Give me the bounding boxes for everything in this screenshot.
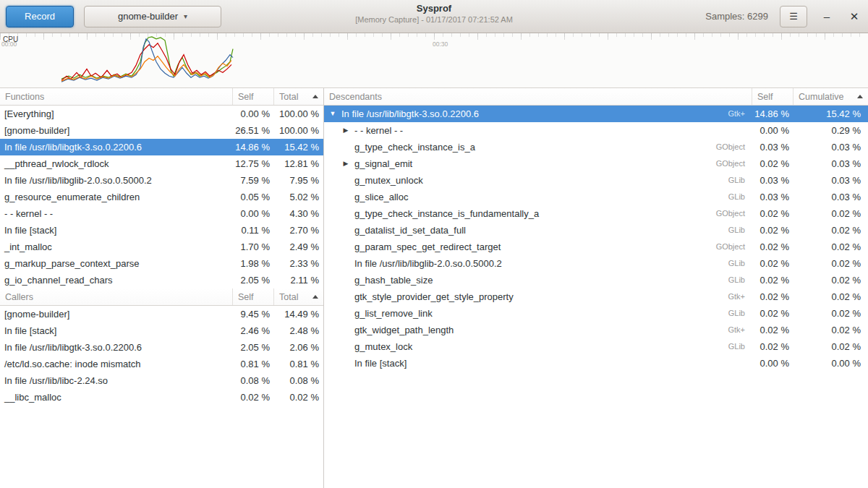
library-tag: GObject bbox=[716, 205, 752, 222]
expander-icon[interactable] bbox=[340, 338, 352, 355]
table-row[interactable]: [gnome-builder] 26.51 % 100.00 % bbox=[0, 122, 323, 139]
descendant-name-cell: g_mutex_unlock GLib bbox=[352, 172, 752, 189]
table-row[interactable]: /etc/ld.so.cache: inode mismatch 0.81 % … bbox=[0, 356, 323, 372]
table-row[interactable]: In file [stack] 2.46 % 2.48 % bbox=[0, 322, 323, 339]
library-tag: GLib bbox=[728, 172, 752, 189]
descendants-cumulative-column-header[interactable]: Cumulative bbox=[793, 88, 868, 105]
tree-row[interactable]: ▼ In file /usr/lib/libgtk-3.so.0.2200.6 … bbox=[324, 106, 868, 122]
time-label-start: 00:00 bbox=[1, 40, 17, 48]
tree-row[interactable]: In file /usr/lib/libglib-2.0.so.0.5000.2… bbox=[324, 255, 868, 272]
expander-icon[interactable]: ▼ bbox=[327, 106, 339, 122]
descendant-name-cell: g_hash_table_size GLib bbox=[352, 272, 752, 288]
expander-icon[interactable] bbox=[340, 222, 352, 239]
expander-icon[interactable]: ▶ bbox=[340, 155, 352, 172]
expander-icon[interactable] bbox=[340, 189, 352, 205]
expander-icon[interactable] bbox=[340, 272, 352, 288]
function-name: g_resource_enumerate_children bbox=[0, 189, 233, 205]
descendants-self-column-header[interactable]: Self bbox=[752, 88, 793, 105]
menu-button[interactable]: ☰ bbox=[780, 6, 807, 27]
callers-list: [gnome-builder] 9.45 % 14.49 % In file [… bbox=[0, 306, 323, 406]
functions-self-column-header[interactable]: Self bbox=[233, 88, 274, 105]
tree-row[interactable]: g_slice_alloc GLib 0.03 % 0.03 % bbox=[324, 189, 868, 205]
minimize-button[interactable]: – bbox=[819, 13, 835, 20]
table-row[interactable]: In file /usr/lib/libglib-2.0.so.0.5000.2… bbox=[0, 172, 323, 189]
callers-table-header: Callers Self Total bbox=[0, 288, 323, 306]
library-tag: Gtk+ bbox=[728, 106, 752, 122]
total-percent: 12.81 % bbox=[274, 155, 323, 172]
total-percent: 14.49 % bbox=[274, 306, 323, 322]
tree-row[interactable]: g_param_spec_get_redirect_target GObject… bbox=[324, 239, 868, 255]
table-row[interactable]: In file /usr/lib/libc-2.24.so 0.08 % 0.0… bbox=[0, 372, 323, 389]
total-percent: 100.00 % bbox=[274, 122, 323, 139]
callers-column-header[interactable]: Callers bbox=[0, 288, 233, 305]
tree-row[interactable]: ▶ - - kernel - - 0.00 % 0.29 % bbox=[324, 122, 868, 139]
close-icon[interactable]: ✕ bbox=[846, 10, 862, 23]
self-percent: 9.45 % bbox=[233, 306, 274, 322]
tree-row[interactable]: In file [stack] 0.00 % 0.00 % bbox=[324, 355, 868, 372]
tree-row[interactable]: g_type_check_instance_is_a GObject 0.03 … bbox=[324, 139, 868, 155]
self-percent: 0.11 % bbox=[233, 222, 274, 239]
table-row[interactable]: - - kernel - - 0.00 % 4.30 % bbox=[0, 205, 323, 222]
table-row[interactable]: __libc_malloc 0.02 % 0.02 % bbox=[0, 389, 323, 406]
tree-row[interactable]: g_hash_table_size GLib 0.02 % 0.02 % bbox=[324, 272, 868, 288]
descendant-name-cell: In file [stack] bbox=[352, 355, 752, 372]
callers-total-column-header[interactable]: Total bbox=[274, 288, 323, 305]
total-percent: 0.02 % bbox=[274, 389, 323, 406]
samples-count: Samples: 6299 bbox=[705, 11, 768, 22]
table-row[interactable]: __pthread_rwlock_rdlock 12.75 % 12.81 % bbox=[0, 155, 323, 172]
table-row[interactable]: [Everything] 0.00 % 100.00 % bbox=[0, 106, 323, 122]
cumulative-percent: 15.42 % bbox=[793, 106, 868, 122]
cumulative-percent: 0.02 % bbox=[793, 338, 868, 355]
record-button[interactable]: Record bbox=[6, 6, 74, 27]
self-percent: 0.02 % bbox=[752, 222, 793, 239]
table-row[interactable]: g_resource_enumerate_children 0.05 % 5.0… bbox=[0, 189, 323, 205]
tree-row[interactable]: g_mutex_lock GLib 0.02 % 0.02 % bbox=[324, 338, 868, 355]
expander-icon[interactable] bbox=[340, 205, 352, 222]
descendants-column-header[interactable]: Descendants bbox=[324, 88, 752, 105]
expander-icon[interactable] bbox=[340, 355, 352, 372]
table-row[interactable]: In file [stack] 0.11 % 2.70 % bbox=[0, 222, 323, 239]
functions-total-column-header[interactable]: Total bbox=[274, 88, 323, 105]
self-percent: 0.02 % bbox=[752, 322, 793, 338]
tree-row[interactable]: g_datalist_id_set_data_full GLib 0.02 % … bbox=[324, 222, 868, 239]
descendant-name: g_hash_table_size bbox=[354, 272, 728, 288]
descendant-name: g_type_check_instance_is_fundamentally_a bbox=[354, 205, 716, 222]
table-row[interactable]: g_markup_parse_context_parse 1.98 % 2.33… bbox=[0, 255, 323, 272]
expander-icon[interactable] bbox=[340, 322, 352, 338]
expander-icon[interactable] bbox=[340, 288, 352, 305]
table-row[interactable]: [gnome-builder] 9.45 % 14.49 % bbox=[0, 306, 323, 322]
descendant-name: g_param_spec_get_redirect_target bbox=[354, 239, 716, 255]
table-row[interactable]: In file /usr/lib/libgtk-3.so.0.2200.6 2.… bbox=[0, 339, 323, 356]
tree-row[interactable]: g_mutex_unlock GLib 0.03 % 0.03 % bbox=[324, 172, 868, 189]
function-name: In file /usr/lib/libgtk-3.so.0.2200.6 bbox=[0, 339, 233, 356]
expander-icon[interactable]: ▶ bbox=[340, 122, 352, 139]
self-percent: 2.05 % bbox=[233, 272, 274, 288]
expander-icon[interactable] bbox=[340, 255, 352, 272]
table-row[interactable]: _int_malloc 1.70 % 2.49 % bbox=[0, 239, 323, 255]
expander-icon[interactable] bbox=[340, 139, 352, 155]
expander-icon[interactable] bbox=[340, 239, 352, 255]
process-selector-dropdown[interactable]: gnome-builder ▾ bbox=[84, 6, 221, 27]
table-row[interactable]: In file /usr/lib/libgtk-3.so.0.2200.6 14… bbox=[0, 139, 323, 155]
tree-row[interactable]: gtk_widget_path_length Gtk+ 0.02 % 0.02 … bbox=[324, 322, 868, 338]
expander-icon[interactable] bbox=[340, 172, 352, 189]
self-column-label: Self bbox=[238, 92, 254, 102]
functions-column-header[interactable]: Functions bbox=[0, 88, 233, 105]
descendant-name: gtk_widget_path_length bbox=[354, 322, 728, 338]
callers-self-column-header[interactable]: Self bbox=[233, 288, 274, 305]
descendant-name: g_signal_emit bbox=[354, 155, 716, 172]
total-percent: 2.48 % bbox=[274, 322, 323, 339]
self-percent: 1.70 % bbox=[233, 239, 274, 255]
total-percent: 4.30 % bbox=[274, 205, 323, 222]
self-percent: 0.02 % bbox=[233, 389, 274, 406]
self-percent: 0.05 % bbox=[233, 189, 274, 205]
cpu-graph-area[interactable]: CPU 00:00 00:30 bbox=[0, 33, 868, 88]
self-percent: 0.00 % bbox=[233, 205, 274, 222]
tree-row[interactable]: g_list_remove_link GLib 0.02 % 0.02 % bbox=[324, 305, 868, 322]
tree-row[interactable]: ▶ g_signal_emit GObject 0.02 % 0.03 % bbox=[324, 155, 868, 172]
tree-row[interactable]: g_type_check_instance_is_fundamentally_a… bbox=[324, 205, 868, 222]
tree-row[interactable]: gtk_style_provider_get_style_property Gt… bbox=[324, 288, 868, 305]
expander-icon[interactable] bbox=[340, 305, 352, 322]
total-percent: 2.06 % bbox=[274, 339, 323, 356]
table-row[interactable]: g_io_channel_read_chars 2.05 % 2.11 % bbox=[0, 272, 323, 288]
